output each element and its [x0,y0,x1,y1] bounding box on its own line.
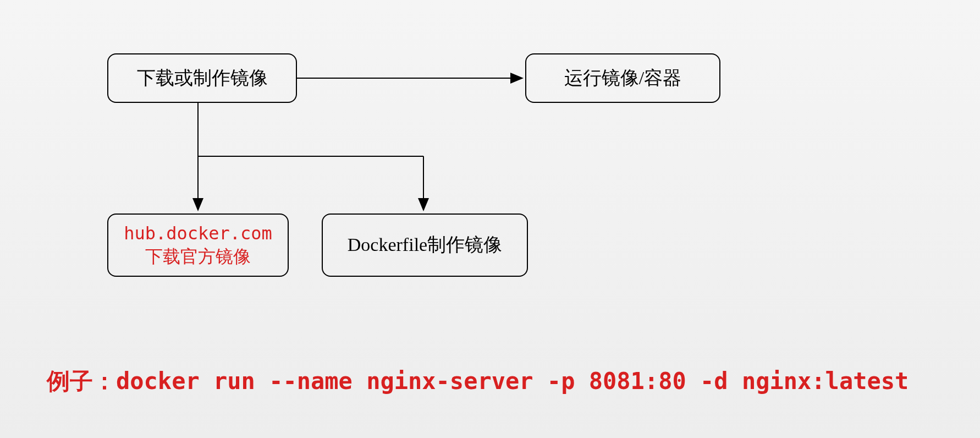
node-dockerfile-make-image: Dockerfile制作镜像 [322,213,528,277]
node-download-or-make-image: 下载或制作镜像 [107,53,297,103]
example-command: 例子：docker run --name nginx-server -p 808… [47,366,909,397]
node-hub-docker-download: hub.docker.com 下载官方镜像 [107,213,289,277]
node-label: 运行镜像/容器 [564,66,681,90]
node-label: hub.docker.com 下载官方镜像 [114,222,282,268]
example-text: 例子：docker run --name nginx-server -p 808… [47,368,909,395]
node-run-image-container: 运行镜像/容器 [525,53,720,103]
node-label: 下载或制作镜像 [137,66,268,90]
node-label: Dockerfile制作镜像 [348,233,502,257]
